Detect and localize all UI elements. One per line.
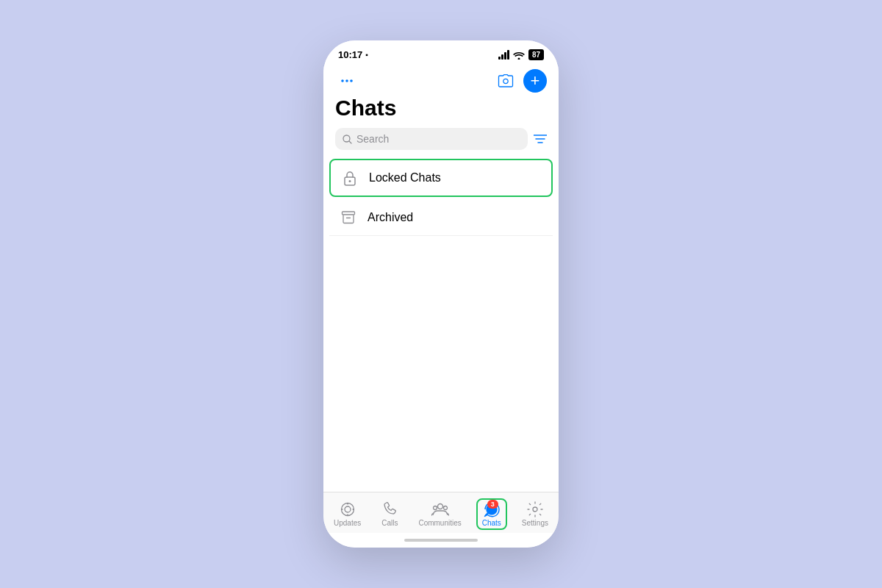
svg-point-1 (345, 79, 348, 82)
new-chat-button[interactable]: + (523, 69, 547, 93)
svg-point-15 (347, 514, 348, 516)
chats-badge: 3 (487, 500, 498, 509)
status-icon: ▪ (365, 51, 368, 59)
archive-icon-container (338, 207, 359, 228)
signal-bar-2 (501, 54, 503, 60)
tab-calls-label: Calls (381, 519, 398, 527)
archived-item[interactable]: Archived (329, 200, 553, 236)
tab-communities[interactable]: Communities (412, 500, 467, 528)
add-icon: + (531, 73, 540, 89)
updates-icon (340, 501, 356, 517)
svg-point-19 (433, 506, 437, 510)
tab-updates-label: Updates (334, 519, 361, 527)
wifi-icon (513, 51, 525, 60)
filter-icon[interactable] (534, 134, 547, 144)
status-time: 10:17 ▪ (338, 49, 368, 60)
lock-icon-container (340, 168, 360, 188)
svg-point-18 (437, 504, 442, 509)
settings-icon (527, 501, 543, 517)
svg-point-3 (503, 79, 508, 83)
time-text: 10:17 (338, 49, 362, 60)
search-placeholder: Search (356, 133, 389, 145)
signal-bar-3 (504, 52, 506, 60)
menu-button[interactable] (335, 69, 359, 93)
list-section: Locked Chats Archived (323, 156, 559, 492)
tab-updates[interactable]: Updates (328, 500, 367, 528)
svg-point-10 (349, 180, 351, 182)
tab-settings-label: Settings (522, 519, 548, 527)
svg-line-5 (349, 141, 351, 143)
svg-point-22 (533, 507, 537, 512)
search-bar-container: Search (335, 128, 547, 150)
svg-point-12 (341, 503, 354, 516)
app-content: + Chats Search (323, 63, 559, 548)
status-bar: 10:17 ▪ 87 (323, 40, 559, 63)
tab-settings[interactable]: Settings (516, 500, 554, 528)
search-bar[interactable]: Search (335, 128, 528, 150)
svg-point-2 (350, 79, 353, 82)
header-right-icons: + (494, 69, 547, 93)
header-icons-row: + (335, 69, 547, 93)
svg-point-20 (443, 506, 447, 510)
signal-bars (498, 50, 509, 60)
archived-label: Archived (368, 211, 413, 224)
svg-point-13 (345, 506, 351, 512)
camera-icon (498, 74, 514, 87)
signal-bar-4 (507, 50, 509, 60)
svg-point-14 (347, 503, 348, 505)
battery-indicator: 87 (528, 49, 544, 60)
home-bar (404, 539, 478, 542)
signal-bar-1 (498, 57, 501, 60)
svg-rect-11 (343, 212, 355, 215)
tab-chats[interactable]: 3 Chats (476, 498, 507, 530)
chats-icon-wrapper: 3 (484, 501, 500, 517)
svg-point-17 (352, 509, 354, 510)
tab-chats-label: Chats (482, 519, 501, 527)
calls-icon (381, 501, 398, 517)
search-icon (343, 135, 352, 144)
tab-bar: Updates Calls (323, 492, 559, 533)
phone-frame: 10:17 ▪ 87 (323, 40, 559, 548)
svg-point-16 (341, 509, 343, 510)
locked-chats-item[interactable]: Locked Chats (329, 159, 553, 197)
home-indicator (323, 533, 559, 548)
locked-chats-label: Locked Chats (369, 171, 441, 184)
camera-button[interactable] (494, 69, 517, 93)
communities-icon (431, 501, 449, 517)
tab-communities-label: Communities (418, 519, 461, 527)
status-icons: 87 (498, 49, 544, 60)
header: + Chats Search (323, 63, 559, 156)
page-title: Chats (335, 96, 547, 121)
tab-calls[interactable]: Calls (376, 500, 404, 528)
svg-point-0 (341, 79, 344, 82)
dots-icon (340, 74, 354, 88)
